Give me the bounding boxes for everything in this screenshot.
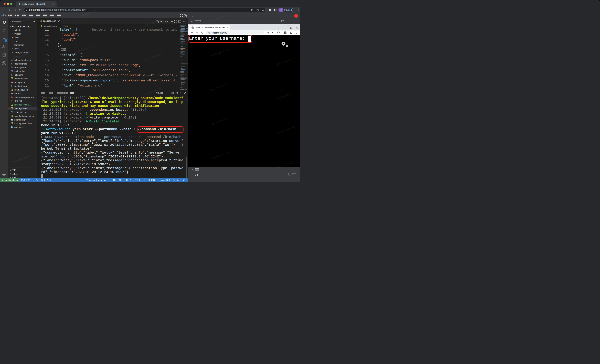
svg-text:TS: TS xyxy=(11,119,13,121)
